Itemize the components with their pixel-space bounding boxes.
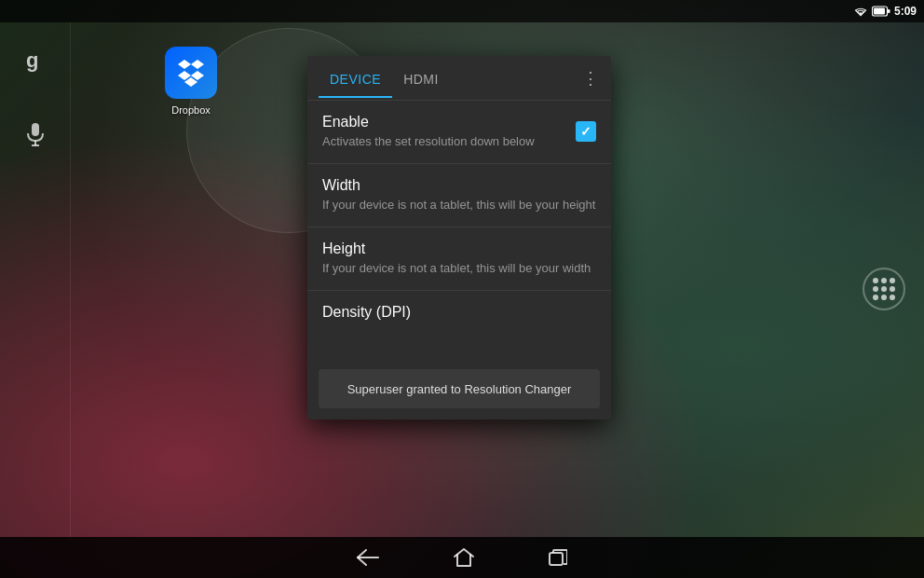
height-item[interactable]: Height If your device is not a tablet, t… <box>307 227 611 291</box>
notification-text: Superuser granted to Resolution Changer <box>347 382 572 396</box>
svg-marker-10 <box>191 71 204 80</box>
status-time: 5:09 <box>894 5 917 18</box>
svg-marker-9 <box>178 71 191 80</box>
enable-title: Enable <box>322 114 576 131</box>
density-item[interactable]: Density (DPI) <box>307 291 611 362</box>
status-icons: 5:09 <box>853 5 917 18</box>
microphone-icon[interactable] <box>17 116 54 153</box>
home-button[interactable] <box>454 548 474 567</box>
checkbox-checkmark: ✓ <box>580 124 591 139</box>
svg-rect-4 <box>32 123 39 136</box>
tab-device[interactable]: DEVICE <box>319 59 392 98</box>
enable-subtitle: Activates the set resolution down below <box>322 134 576 150</box>
apps-grid-icon <box>873 278 895 300</box>
apps-grid-button[interactable] <box>863 268 905 310</box>
sidebar-divider <box>70 22 71 541</box>
svg-rect-1 <box>874 8 885 15</box>
svg-marker-8 <box>191 60 204 69</box>
enable-checkbox[interactable]: ✓ <box>576 121 596 142</box>
status-bar: 5:09 <box>0 0 924 22</box>
dialog-menu-icon[interactable]: ⋮ <box>582 68 600 89</box>
svg-marker-7 <box>178 60 191 69</box>
enable-item-text: Enable Activates the set resolution down… <box>322 114 576 150</box>
svg-marker-11 <box>184 77 197 87</box>
svg-rect-2 <box>888 9 890 13</box>
navigation-bar <box>0 537 924 578</box>
dropbox-label: Dropbox <box>171 104 211 116</box>
tab-hdmi[interactable]: HDMI <box>392 59 450 98</box>
enable-item[interactable]: Enable Activates the set resolution down… <box>307 101 611 164</box>
width-item-text: Width If your device is not a tablet, th… <box>322 177 596 213</box>
svg-text:g: g <box>26 48 38 72</box>
width-title: Width <box>322 177 596 194</box>
resolution-dialog: DEVICE HDMI ⋮ Enable Activates the set r… <box>307 56 611 420</box>
back-button[interactable] <box>357 549 379 566</box>
dialog-notification: Superuser granted to Resolution Changer <box>319 369 600 408</box>
sidebar: g <box>0 22 70 541</box>
density-title: Density (DPI) <box>322 304 596 321</box>
wifi-icon <box>853 6 868 17</box>
height-title: Height <box>322 241 596 257</box>
dialog-header: DEVICE HDMI ⋮ <box>307 56 611 101</box>
svg-rect-12 <box>550 553 563 565</box>
width-item[interactable]: Width If your device is not a tablet, th… <box>307 164 611 227</box>
battery-icon <box>872 6 890 17</box>
recents-button[interactable] <box>549 549 567 566</box>
width-subtitle: If your device is not a tablet, this wil… <box>322 198 596 213</box>
dropbox-icon-box <box>165 47 217 99</box>
dialog-tabs: DEVICE HDMI <box>319 59 450 98</box>
height-subtitle: If your device is not a tablet, this wil… <box>322 261 596 277</box>
height-item-text: Height If your device is not a tablet, t… <box>322 241 596 277</box>
google-icon[interactable]: g <box>17 41 54 78</box>
dropbox-app-icon[interactable]: Dropbox <box>158 47 224 116</box>
density-item-text: Density (DPI) <box>322 304 596 324</box>
